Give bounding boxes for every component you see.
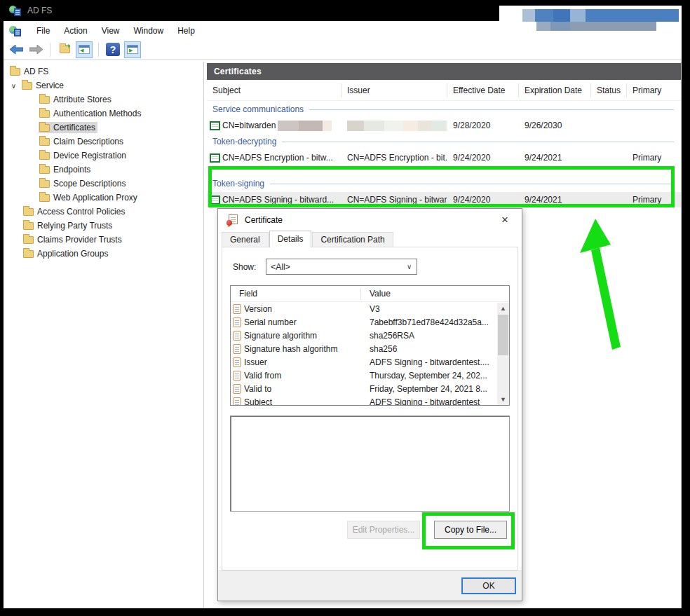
group-label: Token-signing <box>212 179 264 189</box>
tab-certification-path[interactable]: Certification Path <box>312 232 393 247</box>
tab-general[interactable]: General <box>222 232 269 247</box>
back-icon[interactable] <box>8 41 25 58</box>
ok-button[interactable]: OK <box>461 577 516 594</box>
menu-window[interactable]: Window <box>127 23 171 39</box>
cell-primary: Primary <box>627 153 681 163</box>
redaction <box>278 121 332 131</box>
tree-item-service[interactable]: ∨Service <box>4 78 203 93</box>
chevron-expanded-icon[interactable]: ∨ <box>10 82 18 90</box>
tree-item-attribute-stores[interactable]: Attribute Stores <box>4 93 203 107</box>
folder-icon <box>39 166 50 174</box>
tab-details[interactable]: Details <box>269 231 312 247</box>
scroll-up-icon[interactable]: ▲ <box>497 303 509 314</box>
tree-item-application-groups[interactable]: Application Groups <box>4 247 203 261</box>
tree-item-access-control-policies[interactable]: Access Control Policies <box>4 205 203 219</box>
list-item[interactable]: SubjectADFS Signing - bitwardentest <box>231 395 509 406</box>
window-title: AD FS <box>27 6 52 15</box>
adfs-app-icon <box>9 5 21 16</box>
scrollbar[interactable]: ▲ ▼ <box>497 303 509 405</box>
dialog-title: Certificate <box>245 215 489 225</box>
tree-label: Scope Descriptions <box>53 179 126 189</box>
list-item[interactable]: VersionV3 <box>231 302 509 315</box>
table-row[interactable]: CN=bitwarden 9/28/2020 9/26/2030 <box>207 118 681 133</box>
cell-expiration: 9/24/2021 <box>519 153 591 163</box>
tree-item-claim-descriptions[interactable]: Claim Descriptions <box>4 135 203 149</box>
cell-issuer: CN=ADFS Signing - bitwar... <box>341 195 447 205</box>
tree-item-device-registration[interactable]: Device Registration <box>4 149 203 163</box>
menu-view[interactable]: View <box>95 23 127 39</box>
folder-icon <box>39 138 50 146</box>
scroll-down-icon[interactable]: ▼ <box>497 394 509 405</box>
column-subject[interactable]: Subject <box>207 83 341 97</box>
dialog-tabs: General Details Certification Path <box>218 231 522 247</box>
details-tab-page: Show: <All> ∨ Field Value VersionV3 Seri… <box>222 247 518 570</box>
cell-subject-text: CN=ADFS Signing - bitward... <box>222 195 334 205</box>
field-value-header: Field Value <box>231 286 509 302</box>
show-dropdown[interactable]: <All> ∨ <box>266 259 417 275</box>
tree-item-scope-descriptions[interactable]: Scope Descriptions <box>4 177 203 191</box>
tree-item-claims-provider-trusts[interactable]: Claims Provider Trusts <box>4 233 203 247</box>
menu-help[interactable]: Help <box>170 23 202 39</box>
folder-icon <box>39 110 50 118</box>
tree-item-endpoints[interactable]: Endpoints <box>4 163 203 177</box>
copy-to-file-button[interactable]: Copy to File... <box>434 521 507 539</box>
list-item[interactable]: Valid fromThursday, September 24, 202... <box>231 369 509 382</box>
folder-icon <box>39 194 50 202</box>
forward-icon[interactable] <box>27 41 44 58</box>
redaction <box>347 121 447 131</box>
table-row[interactable]: CN=ADFS Encryption - bitw... CN=ADFS Enc… <box>207 150 681 165</box>
cell-effective: 9/24/2020 <box>447 153 519 163</box>
folder-icon <box>23 236 34 244</box>
column-issuer[interactable]: Issuer <box>341 83 447 97</box>
folder-icon <box>23 222 34 230</box>
tree-label: Claim Descriptions <box>53 137 123 146</box>
folder-icon <box>23 208 34 216</box>
field-preview-box[interactable] <box>230 416 510 512</box>
list-item[interactable]: Signature hash algorithmsha256 <box>231 342 509 355</box>
folder-icon <box>39 180 50 188</box>
tree-item-certificates[interactable]: Certificates <box>4 121 203 135</box>
cell-expiration: 9/26/2030 <box>519 121 591 130</box>
group-token-signing: Token-signing <box>207 175 681 192</box>
tree-item-adfs[interactable]: AD FS <box>4 64 203 78</box>
column-effective-date[interactable]: Effective Date <box>447 83 519 97</box>
cell-subject-text: CN=bitwarden <box>222 121 276 130</box>
certificate-icon <box>210 121 220 130</box>
certificate-dialog: Certificate × General Details Certificat… <box>217 208 522 601</box>
show-label: Show: <box>233 262 256 272</box>
tree-label: Service <box>36 81 64 90</box>
action-pane-toggle-icon[interactable] <box>124 41 141 58</box>
column-expiration-date[interactable]: Expiration Date <box>519 83 591 97</box>
list-item[interactable]: Signature algorithmsha256RSA <box>231 329 509 342</box>
toolbar-separator <box>50 43 50 57</box>
table-row-selected[interactable]: CN=ADFS Signing - bitward... CN=ADFS Sig… <box>207 192 681 207</box>
export-folder-icon[interactable] <box>56 41 73 58</box>
tree-item-web-application-proxy[interactable]: Web Application Proxy <box>4 191 203 205</box>
tree-label: Authentication Methods <box>53 109 141 118</box>
tree-label: Relying Party Trusts <box>37 221 112 231</box>
help-icon[interactable]: ? <box>104 41 121 58</box>
tree-label: Certificates <box>53 123 95 132</box>
list-item[interactable]: Serial number7abebff3b71ed78e424d32a5a..… <box>231 315 509 329</box>
console-tree-toggle-icon[interactable] <box>76 41 93 58</box>
column-primary[interactable]: Primary <box>627 83 681 97</box>
tree-item-relying-party-trusts[interactable]: Relying Party Trusts <box>4 219 203 233</box>
menu-action[interactable]: Action <box>57 23 94 39</box>
tree-item-authentication-methods[interactable]: Authentication Methods <box>4 107 203 121</box>
column-status[interactable]: Status <box>591 83 627 97</box>
field-value-list[interactable]: Field Value VersionV3 Serial number7abeb… <box>230 285 510 406</box>
table-header: Subject Issuer Effective Date Expiration… <box>207 80 681 101</box>
list-item[interactable]: IssuerADFS Signing - bitwardentest.... <box>231 355 509 369</box>
dialog-title-bar: Certificate × <box>218 209 522 231</box>
field-icon <box>233 384 241 394</box>
folder-icon <box>23 250 34 258</box>
dialog-footer: OK <box>218 570 522 601</box>
pane-title: Certificates <box>207 63 681 80</box>
tree-label: Endpoints <box>53 165 90 174</box>
menu-file[interactable]: File <box>29 23 57 39</box>
close-icon[interactable]: × <box>495 210 515 230</box>
folder-icon <box>22 82 32 90</box>
scroll-thumb[interactable] <box>498 315 508 355</box>
field-icon <box>233 357 241 367</box>
list-item[interactable]: Valid toFriday, September 24, 2021 8... <box>231 382 509 395</box>
